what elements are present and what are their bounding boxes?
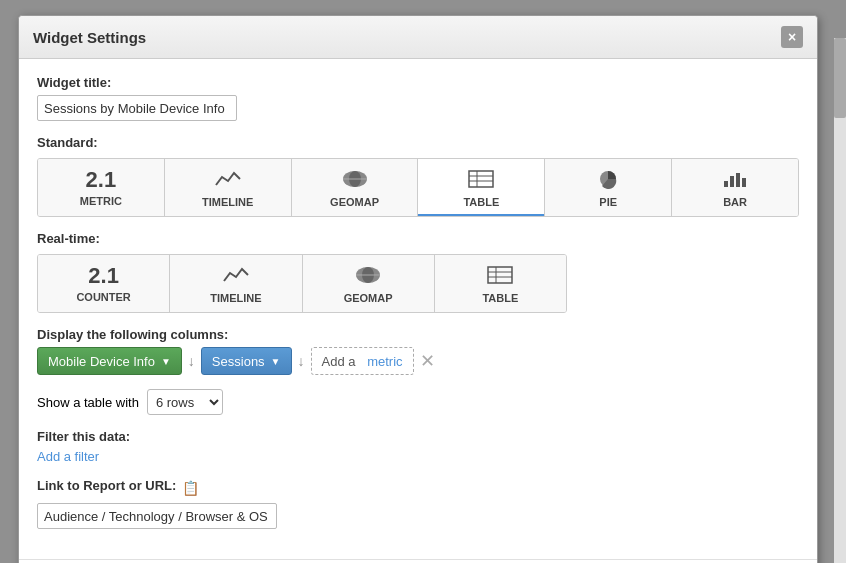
show-table-label: Show a table with xyxy=(37,395,139,410)
realtime-geomap-button[interactable]: GEOMAP xyxy=(303,255,435,312)
info-icon[interactable]: 📋 xyxy=(182,480,199,496)
bar-label: BAR xyxy=(723,196,747,208)
widget-title-label: Widget title: xyxy=(37,75,799,90)
sessions-caret: ▼ xyxy=(271,356,281,367)
standard-group: Standard: 2.1 METRIC TIMELINE xyxy=(37,135,799,217)
standard-bar-button[interactable]: BAR xyxy=(672,159,798,216)
standard-metric-button[interactable]: 2.1 METRIC xyxy=(38,159,165,216)
add-filter-link[interactable]: Add a filter xyxy=(37,449,99,464)
standard-table-button[interactable]: TABLE xyxy=(418,159,545,216)
link-label-row: Link to Report or URL: 📋 xyxy=(37,478,799,498)
timeline-icon xyxy=(214,169,242,192)
pie-label: PIE xyxy=(599,196,617,208)
rt-geomap-label: GEOMAP xyxy=(344,292,393,304)
modal-title: Widget Settings xyxy=(33,29,146,46)
pie-icon xyxy=(596,169,620,192)
dimension-caret: ▼ xyxy=(161,356,171,367)
add-metric-text: Add a xyxy=(322,354,356,369)
svg-rect-8 xyxy=(724,181,728,187)
metric-icon: 2.1 xyxy=(86,169,117,191)
realtime-group: Real-time: 2.1 COUNTER TIMELINE xyxy=(37,231,799,313)
dimension-value: Mobile Device Info xyxy=(48,354,155,369)
modal-body: Widget title: Standard: 2.1 METRIC TIMEL… xyxy=(19,59,817,559)
table-icon xyxy=(467,169,495,192)
realtime-counter-button[interactable]: 2.1 COUNTER xyxy=(38,255,170,312)
svg-rect-10 xyxy=(736,173,740,187)
add-metric-dropdown[interactable]: Add a metric xyxy=(311,347,414,375)
realtime-type-grid: 2.1 COUNTER TIMELINE xyxy=(37,254,567,313)
columns-group: Display the following columns: Mobile De… xyxy=(37,327,799,375)
scrollbar-thumb[interactable] xyxy=(834,38,846,118)
columns-label: Display the following columns: xyxy=(37,327,799,342)
modal-header: Widget Settings × xyxy=(19,16,817,59)
realtime-table-button[interactable]: TABLE xyxy=(435,255,566,312)
geomap-icon xyxy=(341,169,369,192)
show-table-group: Show a table with 6 rows 10 rows 25 rows xyxy=(37,389,799,415)
svg-rect-9 xyxy=(730,176,734,187)
bar-icon xyxy=(721,169,749,192)
geomap-label: GEOMAP xyxy=(330,196,379,208)
rt-timeline-icon xyxy=(222,265,250,288)
metric-label: METRIC xyxy=(80,195,122,207)
realtime-label: Real-time: xyxy=(37,231,799,246)
metric-link: metric xyxy=(367,354,402,369)
svg-rect-11 xyxy=(742,178,746,187)
dimension-arrow: ↓ xyxy=(188,353,195,369)
widget-title-input[interactable] xyxy=(37,95,237,121)
scrollbar-track xyxy=(834,38,846,563)
svg-rect-3 xyxy=(469,171,493,187)
standard-geomap-button[interactable]: GEOMAP xyxy=(292,159,419,216)
sessions-arrow: ↓ xyxy=(298,353,305,369)
remove-metric-icon[interactable]: ✕ xyxy=(420,352,435,370)
sessions-dropdown[interactable]: Sessions ▼ xyxy=(201,347,292,375)
timeline-label: TIMELINE xyxy=(202,196,253,208)
counter-label: COUNTER xyxy=(76,291,130,303)
link-input[interactable] xyxy=(37,503,277,529)
link-label: Link to Report or URL: xyxy=(37,478,176,493)
standard-pie-button[interactable]: PIE xyxy=(545,159,672,216)
widget-title-group: Widget title: xyxy=(37,75,799,121)
modal-footer: Save Cancel Clone widget Delete widget xyxy=(19,559,817,563)
standard-label: Standard: xyxy=(37,135,799,150)
svg-rect-15 xyxy=(488,267,512,283)
dimension-dropdown[interactable]: Mobile Device Info ▼ xyxy=(37,347,182,375)
rt-table-icon xyxy=(486,265,514,288)
widget-settings-modal: Widget Settings × Widget title: Standard… xyxy=(18,15,818,563)
table-label: TABLE xyxy=(463,196,499,208)
standard-timeline-button[interactable]: TIMELINE xyxy=(165,159,292,216)
rows-select[interactable]: 6 rows 10 rows 25 rows xyxy=(147,389,223,415)
filter-group: Filter this data: Add a filter xyxy=(37,429,799,464)
rt-timeline-label: TIMELINE xyxy=(210,292,261,304)
standard-type-grid: 2.1 METRIC TIMELINE xyxy=(37,158,799,217)
rt-geomap-icon xyxy=(354,265,382,288)
close-button[interactable]: × xyxy=(781,26,803,48)
rt-table-label: TABLE xyxy=(482,292,518,304)
realtime-timeline-button[interactable]: TIMELINE xyxy=(170,255,302,312)
sessions-value: Sessions xyxy=(212,354,265,369)
link-group: Link to Report or URL: 📋 xyxy=(37,478,799,529)
filter-label: Filter this data: xyxy=(37,429,799,444)
columns-row: Mobile Device Info ▼ ↓ Sessions ▼ ↓ Add … xyxy=(37,347,799,375)
counter-icon: 2.1 xyxy=(88,265,119,287)
